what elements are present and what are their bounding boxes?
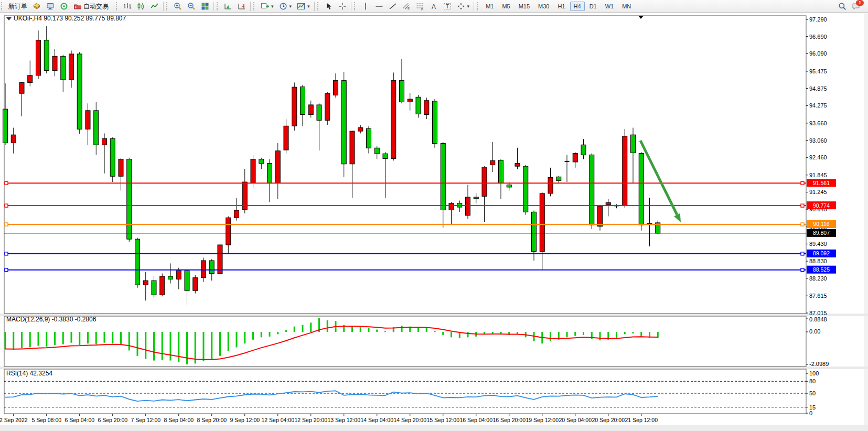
tf-h4[interactable]: H4 [570, 2, 585, 11]
toolbar-grip [253, 2, 257, 10]
chart-pane[interactable] [4, 316, 806, 367]
time-axis-label: 20 Sep 04:00 [559, 417, 592, 423]
bear-candle [259, 159, 264, 164]
templates-dropdown[interactable]: ▾ [294, 0, 313, 13]
bull-candle [449, 203, 454, 210]
terminal-icon[interactable] [44, 0, 57, 13]
right-scroll-strip[interactable] [864, 13, 868, 425]
toolbar-separator [163, 2, 164, 11]
toolbar-grip [1, 2, 5, 10]
bull-candle [350, 131, 355, 164]
zoom-in-icon[interactable] [171, 0, 185, 13]
macd-indicator-label: MACD(12,26,9) -0.3830 -0.2806 [6, 316, 97, 323]
bear-candle [267, 164, 272, 184]
bar-chart-icon[interactable] [121, 0, 134, 13]
tf-d1[interactable]: D1 [586, 2, 601, 11]
bear-candle [374, 148, 379, 154]
autotrade-icon [73, 2, 82, 10]
signals-icon[interactable] [57, 0, 71, 13]
text-icon[interactable]: A [427, 0, 441, 13]
pivot-line-handle[interactable] [5, 223, 8, 226]
tf-mn[interactable]: MN [618, 2, 635, 11]
shapes-dropdown[interactable]: ▾ [454, 0, 473, 13]
tile-windows-icon[interactable] [198, 0, 212, 13]
bear-candle [383, 154, 388, 158]
bear-candle [341, 81, 346, 164]
bull-candle [19, 82, 24, 93]
mt4-window: { "toolbar": { "items": [ {"t":"btn","na… [0, 0, 868, 431]
resistance-line-1-handle[interactable] [5, 181, 8, 185]
bull-candle [308, 105, 313, 115]
bull-candle [176, 271, 181, 279]
time-axis-label: 6 Sep 04:00 [65, 417, 94, 423]
svg-text:T: T [446, 4, 449, 9]
chart-pane[interactable] [4, 16, 806, 314]
zoom-out-icon[interactable] [185, 0, 198, 13]
support-line-2-handle[interactable] [801, 268, 804, 272]
chart-canvas: 97.29096.69096.09095.47594.87594.27593.6… [0, 0, 868, 431]
chat-icon[interactable]: 1 [849, 0, 868, 13]
cursor-icon[interactable] [322, 0, 336, 13]
price-axis-label: 88.830 [809, 258, 827, 264]
bull-candle [36, 40, 41, 76]
auto-scroll-icon[interactable] [221, 0, 235, 13]
new-chart-dropdown[interactable]: ▾ [258, 0, 276, 13]
tf-m15[interactable]: M15 [515, 2, 533, 11]
time-axis-label: 13 Sep 12:00 [328, 417, 361, 423]
toolbar: 新订单自动交易▾▾▾EFAT▾M1M5M15M30H1H4D1W1MN1 [0, 0, 868, 13]
toolbar-separator [213, 2, 214, 11]
new-order-button[interactable]: 新订单 [6, 0, 30, 13]
fibonacci-icon[interactable]: F [413, 0, 427, 13]
time-axis-label: 8 Sep 04:00 [164, 417, 194, 423]
bull-candle [218, 245, 222, 274]
chart-shift-icon[interactable] [235, 0, 249, 13]
time-axis-label: 19 Sep 12:00 [526, 417, 559, 423]
macd-axis-label: -2.0989 [809, 361, 829, 367]
candlestick-chart-icon[interactable] [134, 0, 148, 13]
rsi-axis-label: 80 [809, 378, 816, 384]
trendline-icon[interactable] [386, 0, 400, 13]
support-line-1-handle[interactable] [5, 252, 8, 255]
channel-icon[interactable]: E [400, 0, 413, 13]
autotrading-button[interactable]: 自动交易 [71, 0, 111, 13]
bear-candle [301, 87, 305, 115]
periods-dropdown[interactable]: ▾ [276, 0, 295, 13]
price-badge-label: 90.116 [813, 221, 829, 227]
search-icon[interactable] [835, 0, 849, 13]
support-line-1-handle[interactable] [801, 252, 804, 255]
label-icon[interactable]: T [441, 0, 454, 13]
tf-m1[interactable]: M1 [482, 2, 497, 11]
time-axis-label: 15 Sep 12:00 [427, 417, 460, 423]
chevron-down-icon: ▾ [271, 4, 274, 9]
tf-w1[interactable]: W1 [602, 2, 618, 11]
pivot-line-handle[interactable] [801, 223, 804, 226]
price-axis-label: 91.245 [809, 189, 827, 195]
bear-candle [317, 105, 322, 120]
cursor-icon [325, 2, 333, 10]
price-badge-label: 89.807 [813, 230, 830, 236]
resistance-line-2-handle[interactable] [801, 204, 804, 207]
vertical-line-icon[interactable] [359, 0, 372, 13]
horizontal-line-icon[interactable] [372, 0, 386, 13]
tf-h1[interactable]: H1 [554, 2, 569, 11]
bull-candle [325, 93, 330, 120]
price-axis-label: 94.875 [809, 85, 827, 92]
crosshair-icon[interactable] [336, 0, 349, 13]
market-watch-icon[interactable] [30, 0, 44, 13]
bull-candle [85, 111, 90, 129]
bull-candle [391, 81, 396, 159]
bear-candle [631, 135, 636, 153]
bear-candle [433, 101, 437, 144]
bull-candle [334, 81, 338, 95]
resistance-line-1-handle[interactable] [801, 181, 804, 185]
bull-candle [201, 261, 206, 278]
support-line-2-handle[interactable] [5, 268, 8, 272]
price-axis-label: 87.015 [809, 310, 827, 316]
line-chart-icon [151, 2, 159, 10]
resistance-line-2-handle[interactable] [5, 204, 8, 207]
line-chart-icon[interactable] [148, 0, 162, 13]
tf-m30[interactable]: M30 [534, 2, 553, 11]
tf-m5[interactable]: M5 [498, 2, 513, 11]
bull-candle [490, 160, 495, 165]
bull-candle [102, 138, 107, 145]
